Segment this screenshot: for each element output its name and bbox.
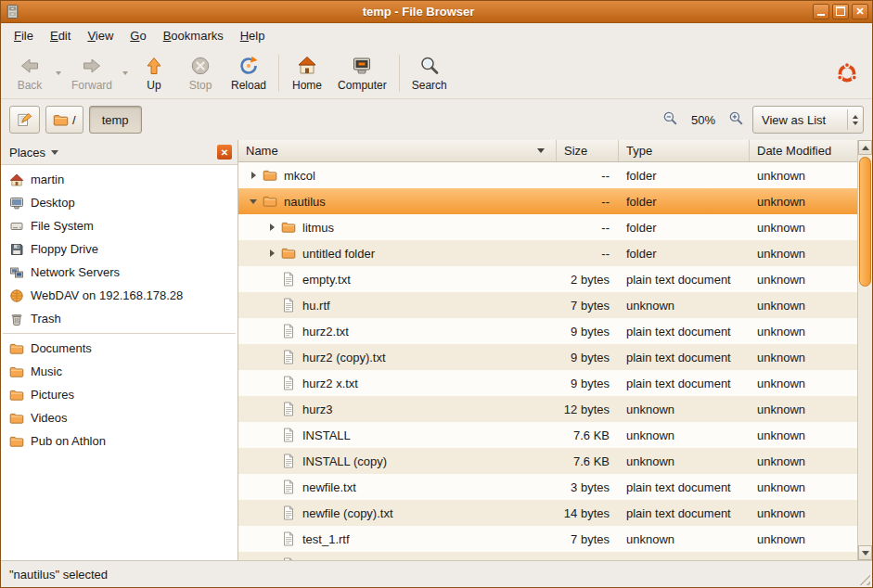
vertical-scrollbar[interactable] — [857, 140, 872, 560]
file-name: nautilus — [284, 195, 326, 209]
file-row-nautilus[interactable]: nautilus--folderunknown — [238, 188, 857, 214]
file-row-hurz2-txt[interactable]: hurz2.txt9 bytesplain text documentunkno… — [238, 318, 857, 344]
file-name-cell: untitled folder — [238, 246, 557, 261]
file-row-mkcol[interactable]: mkcol--folderunknown — [238, 162, 857, 188]
menu-go[interactable]: Go — [122, 25, 154, 46]
stop-button[interactable]: Stop — [177, 50, 224, 96]
scrollbar-thumb[interactable] — [859, 157, 871, 287]
file-row-install-copy[interactable]: INSTALL (copy)7.6 KBunknownunknown — [238, 448, 857, 474]
view-mode-dropdown[interactable]: View as List — [752, 106, 864, 134]
scrollbar-track[interactable] — [858, 155, 872, 545]
file-row-newfile-txt[interactable]: newfile.txt3 bytesplain text documentunk… — [238, 474, 857, 500]
file-row-hu-rtf[interactable]: hu.rtf7 bytesunknownunknown — [238, 292, 857, 318]
column-header-type[interactable]: Type — [619, 140, 750, 161]
column-header-date-modified[interactable]: Date Modified — [750, 140, 857, 161]
trash-icon — [9, 312, 24, 326]
size-cell: 7 bytes — [557, 299, 619, 313]
sidebar-item-videos[interactable]: Videos — [1, 406, 238, 429]
file-name: hu.rtf — [302, 299, 330, 313]
file-name-cell: newfile (copy).txt — [238, 505, 557, 520]
size-cell: 9 bytes — [557, 377, 619, 390]
floppy-icon — [9, 242, 24, 257]
computer-button[interactable]: Computer — [330, 50, 394, 96]
sidebar-item-file-system[interactable]: File System — [1, 214, 238, 237]
sidebar-item-desktop[interactable]: Desktop — [1, 191, 238, 214]
expander-collapsed-icon[interactable] — [246, 168, 261, 183]
file-browser-window: temp - File Browser FileEditViewGoBookma… — [0, 0, 873, 588]
stop-icon — [189, 55, 212, 77]
back-history-dropdown[interactable] — [53, 50, 64, 96]
chevron-down-icon — [51, 150, 58, 155]
computer-tb-icon — [351, 55, 373, 77]
sidebar-item-documents[interactable]: Documents — [1, 337, 238, 360]
scroll-up-button[interactable] — [858, 140, 872, 155]
close-sidebar-button[interactable] — [217, 145, 232, 160]
sidebar-item-pub-on-athlon[interactable]: Pub on Athlon — [1, 429, 238, 453]
file-name-cell: hurz3 — [238, 402, 557, 416]
toolbar-separator — [278, 55, 279, 92]
search-button[interactable]: Search — [404, 50, 455, 96]
zoom-out-button[interactable] — [660, 109, 682, 131]
home-button[interactable]: Home — [284, 50, 330, 96]
reload-icon — [238, 55, 260, 77]
sidebar-item-music[interactable]: Music — [1, 360, 238, 383]
sidebar-item-martin[interactable]: martin — [1, 168, 238, 191]
up-button[interactable]: Up — [131, 50, 177, 96]
date-modified-cell: unknown — [750, 506, 857, 520]
date-modified-cell: unknown — [750, 299, 857, 313]
type-cell: plain text document — [619, 506, 750, 520]
file-name: untitled folder — [302, 247, 375, 261]
file-row-empty-txt[interactable]: empty.txt2 bytesplain text documentunkno… — [238, 266, 857, 292]
expander-expanded-icon[interactable] — [246, 194, 261, 209]
current-path-button[interactable]: temp — [89, 106, 142, 134]
titlebar[interactable]: temp - File Browser — [1, 1, 872, 23]
file-name: newfile (copy).txt — [302, 506, 393, 520]
file-row-litmus[interactable]: litmus--folderunknown — [238, 214, 857, 240]
maximize-button[interactable] — [832, 4, 849, 19]
places-sidebar: Places martinDesktopFile SystemFloppy Dr… — [1, 140, 238, 560]
file-row-untitled-folder[interactable]: untitled folder--folderunknown — [238, 240, 857, 266]
sidebar-item-webdav-on-192-168-178-28[interactable]: WebDAV on 192.168.178.28 — [1, 284, 238, 307]
root-path-button[interactable]: / — [45, 106, 83, 134]
file-row-hurz2-copy-txt[interactable]: hurz2 (copy).txt9 bytesplain text docume… — [238, 344, 857, 370]
file-row-hurz3[interactable]: hurz312 bytesunknownunknown — [238, 396, 857, 422]
back-button[interactable]: Back — [6, 50, 53, 96]
sidebar-item-pictures[interactable]: Pictures — [1, 383, 238, 406]
menu-bookmarks[interactable]: Bookmarks — [155, 25, 232, 46]
zoom-in-button[interactable] — [725, 109, 747, 131]
scroll-down-button[interactable] — [858, 545, 872, 560]
file-icon — [281, 350, 297, 364]
menubar: FileEditViewGoBookmarksHelp — [1, 23, 872, 47]
expander-collapsed-icon[interactable] — [264, 220, 279, 235]
folder-icon — [9, 411, 24, 426]
file-row-hurz2-x-txt[interactable]: hurz2 x.txt9 bytesplain text documentunk… — [238, 370, 857, 396]
file-row-install[interactable]: INSTALL7.6 KBunknownunknown — [238, 422, 857, 448]
reload-button[interactable]: Reload — [224, 50, 274, 96]
file-row-test-1-rtf[interactable]: test_1.rtf7 bytesunknownunknown — [238, 526, 857, 552]
minimize-button[interactable] — [813, 4, 829, 19]
column-header-size[interactable]: Size — [557, 140, 619, 161]
statusbar: "nautilus" selected — [1, 560, 872, 587]
places-dropdown[interactable]: Places — [9, 146, 45, 160]
sidebar-item-trash[interactable]: Trash — [1, 307, 238, 330]
toggle-location-entry-button[interactable] — [9, 106, 40, 134]
type-cell: folder — [619, 247, 750, 261]
file-row-untitled-folder-2[interactable]: untitled folder (2)1.7 KBunknownunknown — [238, 552, 857, 560]
file-name: empty.txt — [302, 273, 351, 287]
column-header-name[interactable]: Name — [238, 140, 557, 161]
menu-file[interactable]: File — [6, 25, 42, 46]
forward-button[interactable]: Forward — [64, 50, 120, 96]
menu-edit[interactable]: Edit — [42, 25, 79, 46]
sidebar-item-label: WebDAV on 192.168.178.28 — [31, 288, 183, 302]
expander-spacer — [264, 350, 279, 364]
menu-view[interactable]: View — [79, 25, 122, 46]
sidebar-item-label: Pub on Athlon — [31, 434, 106, 448]
sidebar-item-network-servers[interactable]: Network Servers — [1, 261, 238, 284]
menu-help[interactable]: Help — [232, 25, 274, 46]
close-button[interactable] — [852, 4, 868, 19]
expander-collapsed-icon[interactable] — [264, 246, 279, 261]
file-row-newfile-copy-txt[interactable]: newfile (copy).txt14 bytesplain text doc… — [238, 500, 857, 526]
sidebar-item-floppy-drive[interactable]: Floppy Drive — [1, 237, 238, 261]
date-modified-cell: unknown — [750, 325, 857, 339]
forward-history-dropdown[interactable] — [120, 50, 131, 96]
